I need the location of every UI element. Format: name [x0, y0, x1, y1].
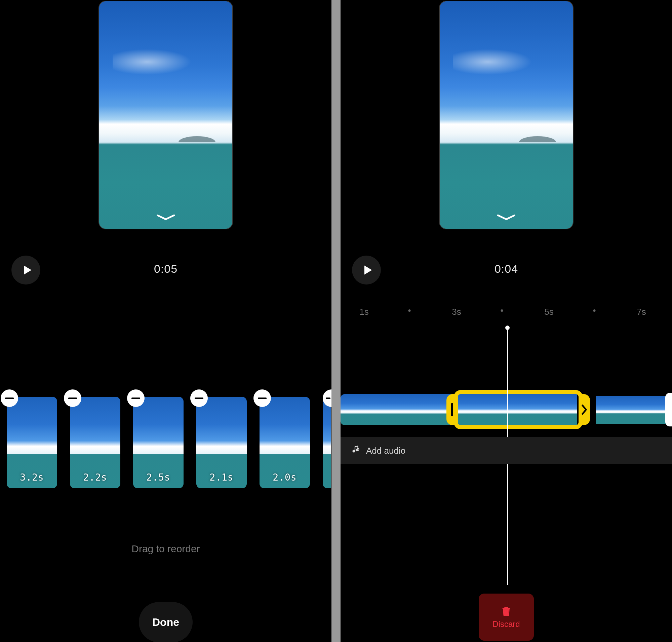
cloud-decoration — [113, 47, 199, 77]
clip-duration: 3.2s — [7, 472, 57, 483]
reorder-clips-screen: 0:05 3.2s 2.2s 2.5s 2.1s 2.0s — [0, 0, 332, 642]
clip-item[interactable]: 2.2s — [70, 397, 120, 488]
ruler-dot — [501, 309, 503, 312]
clip-item[interactable]: 2.0s — [259, 397, 310, 488]
timeline-end-handle[interactable] — [665, 393, 672, 426]
music-icon — [351, 446, 359, 456]
timeline-strip-after[interactable] — [596, 396, 672, 424]
done-button-label: Done — [152, 616, 179, 629]
timeline-frame — [429, 394, 459, 425]
clip-item[interactable]: 2.1s — [196, 397, 247, 488]
play-button[interactable] — [11, 256, 40, 284]
mountain-decoration — [519, 136, 556, 142]
timeline-frame — [489, 394, 518, 425]
timeline-frame — [370, 394, 400, 425]
svg-point-0 — [353, 450, 355, 452]
ruler-tick: 3s — [452, 307, 461, 317]
done-button[interactable]: Done — [139, 602, 193, 642]
trash-icon — [501, 605, 512, 617]
chevron-down-icon[interactable] — [497, 215, 515, 221]
clip-duration: 2.1s — [196, 472, 247, 483]
discard-button[interactable]: Discard — [479, 593, 534, 641]
clip-thumbnail — [323, 397, 331, 488]
discard-label: Discard — [492, 619, 520, 629]
timeline-frame — [400, 394, 429, 425]
timeline-ruler: 1s 3s 5s 7s — [340, 307, 672, 320]
svg-point-1 — [356, 449, 358, 452]
clip-item-partial[interactable] — [323, 397, 331, 488]
ruler-tick: 5s — [544, 307, 553, 317]
add-audio-label: Add audio — [366, 446, 405, 456]
remove-clip-button[interactable] — [254, 389, 271, 407]
clip-item[interactable]: 2.5s — [133, 397, 183, 488]
clip-duration: 2.0s — [259, 472, 310, 483]
playback-time: 0:04 — [494, 262, 518, 275]
divider — [0, 296, 332, 296]
play-icon — [21, 264, 33, 276]
timeline-frame — [596, 396, 625, 424]
trim-clip-screen: 0:04 1s 3s 5s 7s Add audio — [340, 0, 672, 642]
ruler-tick: 1s — [359, 307, 369, 317]
timeline-frame — [547, 394, 577, 425]
playback-row: 0:05 — [0, 256, 332, 293]
chevron-down-icon[interactable] — [157, 215, 175, 221]
ruler-dot — [409, 309, 411, 312]
playback-time: 0:05 — [154, 262, 178, 275]
ruler-tick: 7s — [637, 307, 646, 317]
mountain-decoration — [179, 136, 216, 142]
ruler-dot — [593, 309, 596, 312]
clip-item[interactable]: 3.2s — [7, 397, 57, 488]
remove-clip-button[interactable] — [127, 389, 144, 407]
cloud-decoration — [453, 47, 540, 77]
add-audio-button[interactable]: Add audio — [340, 437, 672, 464]
timeline-frame — [625, 396, 655, 424]
remove-clip-button[interactable] — [64, 389, 81, 407]
remove-clip-button[interactable] — [1, 389, 18, 407]
timeline-frame — [340, 394, 370, 425]
clip-duration: 2.5s — [133, 472, 183, 483]
clip-strip[interactable]: 3.2s 2.2s 2.5s 2.1s 2.0s — [7, 397, 332, 498]
clip-duration: 2.2s — [70, 472, 120, 483]
remove-clip-button[interactable] — [190, 389, 208, 407]
timeline-frame — [518, 394, 547, 425]
playback-row: 0:04 — [340, 256, 672, 293]
timeline-frame — [459, 394, 489, 425]
drag-hint: Drag to reorder — [0, 543, 332, 554]
play-icon — [361, 264, 374, 276]
divider — [340, 296, 672, 296]
play-button[interactable] — [352, 256, 381, 284]
video-preview[interactable] — [439, 1, 573, 229]
video-preview[interactable] — [99, 1, 233, 229]
